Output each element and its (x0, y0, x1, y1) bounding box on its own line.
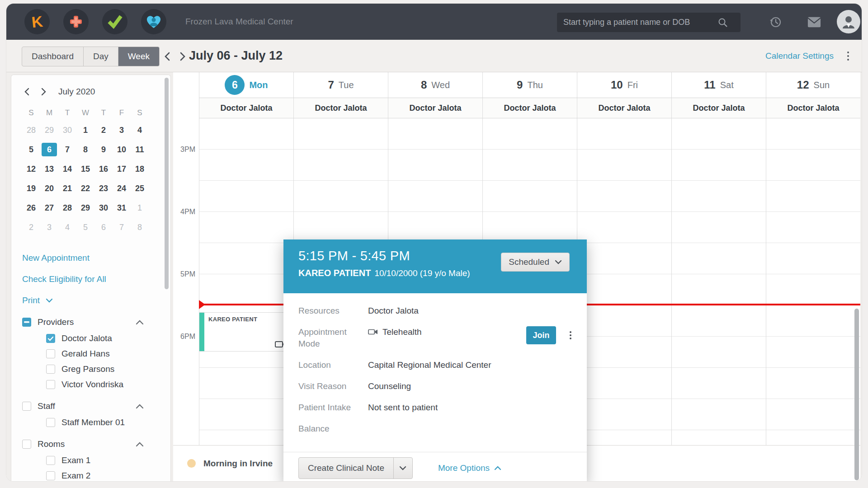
checkbox[interactable] (46, 334, 55, 343)
tab-dashboard[interactable]: Dashboard (22, 47, 83, 66)
checkbox[interactable] (46, 471, 55, 480)
tree-item-staff-member-01[interactable]: Staff Member 01 (46, 418, 161, 427)
mini-cal-next-icon[interactable] (38, 87, 48, 97)
day-header-sat[interactable]: 11Sat (671, 72, 766, 98)
patient-heart-icon[interactable] (141, 9, 166, 34)
mini-cal-day[interactable]: 1 (132, 201, 147, 215)
history-icon[interactable] (769, 15, 783, 29)
day-header-tue[interactable]: 7Tue (293, 72, 388, 98)
mini-cal-day[interactable]: 8 (132, 221, 147, 234)
day-header-sun[interactable]: 12Sun (766, 72, 860, 98)
create-clinical-note-dropdown[interactable] (393, 458, 412, 479)
next-week-button[interactable] (176, 51, 188, 62)
mini-cal-day[interactable]: 24 (114, 182, 129, 195)
sidebar-scrollbar[interactable] (165, 78, 169, 289)
patient-search[interactable] (557, 13, 741, 32)
tree-item-doctor-jalota[interactable]: Doctor Jalota (46, 333, 161, 343)
mini-cal-day[interactable]: 10 (114, 143, 129, 156)
mini-cal-prev-icon[interactable] (22, 87, 32, 97)
mini-cal-day[interactable]: 30 (96, 201, 111, 215)
mini-cal-day[interactable]: 7 (114, 221, 129, 234)
sidebar-link-new-appointment[interactable]: New Appointment (22, 253, 161, 263)
mini-cal-day[interactable]: 30 (60, 123, 75, 137)
day-column-mon[interactable] (199, 118, 293, 445)
mini-cal-day[interactable]: 11 (132, 143, 147, 156)
collapse-chevron-icon[interactable] (135, 441, 144, 447)
kareo-logo-icon[interactable]: K (24, 9, 50, 34)
row-kebab-menu[interactable] (568, 329, 573, 341)
day-column-sun[interactable] (766, 118, 860, 445)
messages-icon[interactable] (807, 15, 821, 29)
mini-cal-day[interactable]: 22 (78, 182, 93, 195)
mini-cal-day[interactable]: 26 (24, 201, 39, 215)
mini-cal-day[interactable]: 12 (24, 162, 39, 176)
mini-cal-day[interactable]: 5 (24, 143, 39, 156)
collapse-chevron-icon[interactable] (135, 403, 144, 409)
user-avatar[interactable] (837, 10, 860, 33)
day-header-thu[interactable]: 9Thu (482, 72, 577, 98)
appointment-block[interactable]: KAREO PATIENT (199, 312, 291, 352)
day-header-fri[interactable]: 10Fri (577, 72, 671, 98)
mini-cal-day[interactable]: 13 (42, 162, 57, 176)
tree-item-exam-2[interactable]: Exam 2 (46, 471, 161, 481)
mini-cal-day[interactable]: 4 (60, 221, 75, 234)
mini-cal-day[interactable]: 14 (60, 162, 75, 176)
join-telehealth-button[interactable]: Join (526, 326, 556, 344)
mini-cal-day[interactable]: 7 (60, 143, 75, 156)
prev-week-button[interactable] (162, 51, 174, 62)
toolbar-kebab-menu[interactable] (846, 51, 850, 61)
mini-cal-day[interactable]: 25 (132, 182, 147, 195)
mini-cal-day[interactable]: 8 (78, 143, 93, 156)
mini-cal-day[interactable]: 21 (60, 182, 75, 195)
day-header-wed[interactable]: 8Wed (388, 72, 482, 98)
sidebar-link-print[interactable]: Print (22, 296, 161, 305)
checkbox[interactable] (46, 349, 55, 358)
search-icon[interactable] (717, 17, 728, 28)
billing-cross-icon[interactable] (63, 9, 89, 34)
checkbox[interactable] (22, 318, 31, 327)
tree-item-victor-vondriska[interactable]: Victor Vondriska (46, 380, 161, 389)
checkbox[interactable] (46, 418, 55, 427)
checkbox[interactable] (46, 456, 55, 465)
status-dropdown[interactable]: Scheduled (501, 253, 570, 272)
checkbox[interactable] (22, 440, 31, 449)
mini-cal-day[interactable]: 2 (24, 221, 39, 234)
mini-cal-day[interactable]: 9 (96, 143, 111, 156)
day-column-sat[interactable] (671, 118, 766, 445)
sidebar-link-check-eligibility-for-all[interactable]: Check Eligibility for All (22, 274, 161, 284)
day-header-mon[interactable]: 6Mon (199, 72, 293, 98)
checkbox[interactable] (22, 402, 31, 411)
collapse-chevron-icon[interactable] (135, 319, 144, 325)
mini-cal-day[interactable]: 17 (114, 162, 129, 176)
mini-cal-day[interactable]: 27 (42, 201, 57, 215)
mini-cal-day[interactable]: 31 (114, 201, 129, 215)
mini-cal-day[interactable]: 28 (24, 123, 39, 137)
tab-day[interactable]: Day (83, 47, 118, 66)
group-header-providers[interactable]: Providers (22, 317, 161, 327)
tree-item-exam-1[interactable]: Exam 1 (46, 455, 161, 465)
mini-cal-day[interactable]: 3 (42, 221, 57, 234)
mini-cal-day[interactable]: 23 (96, 182, 111, 195)
tree-item-gerald-hans[interactable]: Gerald Hans (46, 349, 161, 359)
create-clinical-note-main[interactable]: Create Clinical Note (299, 458, 393, 479)
checkbox[interactable] (46, 365, 55, 374)
group-header-rooms[interactable]: Rooms (22, 439, 161, 449)
mini-cal-day[interactable]: 5 (78, 221, 93, 234)
mini-cal-day[interactable]: 1 (78, 123, 93, 137)
mini-cal-day[interactable]: 3 (114, 123, 129, 137)
tree-item-greg-parsons[interactable]: Greg Parsons (46, 364, 161, 374)
calendar-scrollbar[interactable] (854, 309, 859, 480)
day-column-fri[interactable] (577, 118, 671, 445)
mini-cal-day[interactable]: 2 (96, 123, 111, 137)
mini-cal-day[interactable]: 4 (132, 123, 147, 137)
mini-cal-day[interactable]: 29 (78, 201, 93, 215)
mini-cal-day[interactable]: 6 (96, 221, 111, 234)
clinical-check-icon[interactable] (102, 9, 127, 34)
mini-cal-day[interactable]: 19 (24, 182, 39, 195)
mini-cal-day[interactable]: 28 (60, 201, 75, 215)
tab-week[interactable]: Week (118, 47, 159, 66)
search-input[interactable] (557, 18, 717, 27)
mini-cal-day[interactable]: 20 (42, 182, 57, 195)
group-header-staff[interactable]: Staff (22, 401, 161, 411)
mini-cal-day[interactable]: 29 (42, 123, 57, 137)
